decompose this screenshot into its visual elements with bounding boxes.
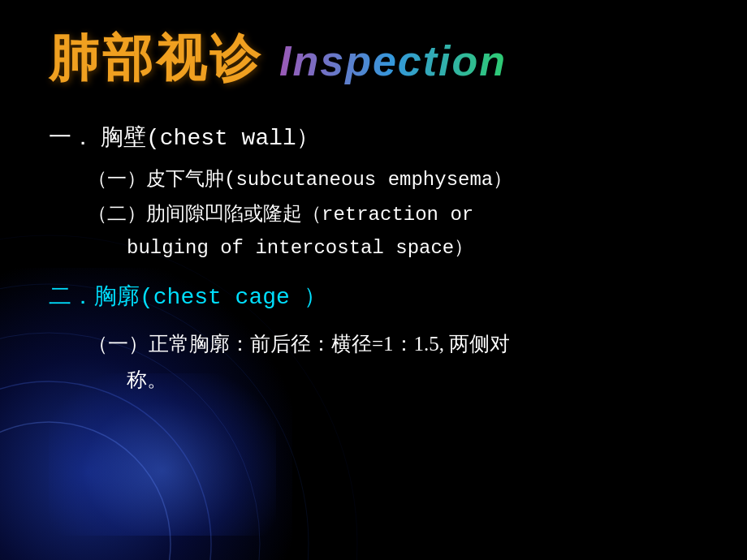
section-1: 一．胸壁(chest wall） （一）皮下气肿(subcutaneous em…: [49, 122, 698, 265]
sub-item-1-2: （二）肋间隙凹陷或隆起（retraction or bulging of int…: [88, 199, 698, 265]
svg-point-4: [0, 422, 171, 560]
section-1-subitems: （一）皮下气肿(subcutaneous emphysema） （二）肋间隙凹陷…: [49, 164, 698, 265]
sub-item-2-1-prefix: （一）: [88, 333, 149, 355]
section-2: 二．胸廓(chest cage ） （一）正常胸廓：前后径：横径=1：1.5, …: [49, 281, 698, 398]
sub-item-1-2-prefix: （二）: [88, 204, 146, 226]
slide-content: 肺部视诊 Inspection 一．胸壁(chest wall） （一）皮下气肿…: [0, 0, 747, 422]
sub-item-1-2-text: 肋间隙凹陷或隆起（retraction or: [146, 204, 473, 226]
title-english: Inspection: [279, 37, 507, 85]
sub-item-2-1-text: 正常胸廓：前后径：横径=1：1.5, 两侧对: [149, 333, 510, 355]
sub-item-1-1-text: 皮下气肿(subcutaneous emphysema）: [146, 169, 512, 191]
slide-title: 肺部视诊 Inspection: [49, 24, 698, 93]
sub-item-1-2-text2: bulging of intercostal space）: [88, 232, 698, 265]
sub-item-1-1-prefix: （一）: [88, 169, 146, 191]
section-2-subitems: （一）正常胸廓：前后径：横径=1：1.5, 两侧对称。: [49, 326, 698, 398]
title-chinese: 肺部视诊: [49, 24, 263, 93]
section-1-text: 胸壁(chest wall）: [101, 126, 319, 151]
slide: 肺部视诊 Inspection 一．胸壁(chest wall） （一）皮下气肿…: [0, 0, 747, 560]
sub-item-1-1: （一）皮下气肿(subcutaneous emphysema）: [88, 164, 698, 197]
section-1-num: 一．: [49, 126, 94, 151]
sub-item-2-1: （一）正常胸廓：前后径：横径=1：1.5, 两侧对称。: [88, 326, 698, 398]
sub-item-2-1-text2: 称。: [88, 362, 698, 398]
section-1-heading: 一．胸壁(chest wall）: [49, 122, 698, 153]
section-2-heading: 二．胸廓(chest cage ）: [49, 281, 698, 312]
section-2-num: 二．: [49, 285, 94, 310]
section-2-text: 胸廓(chest cage ）: [94, 285, 326, 310]
